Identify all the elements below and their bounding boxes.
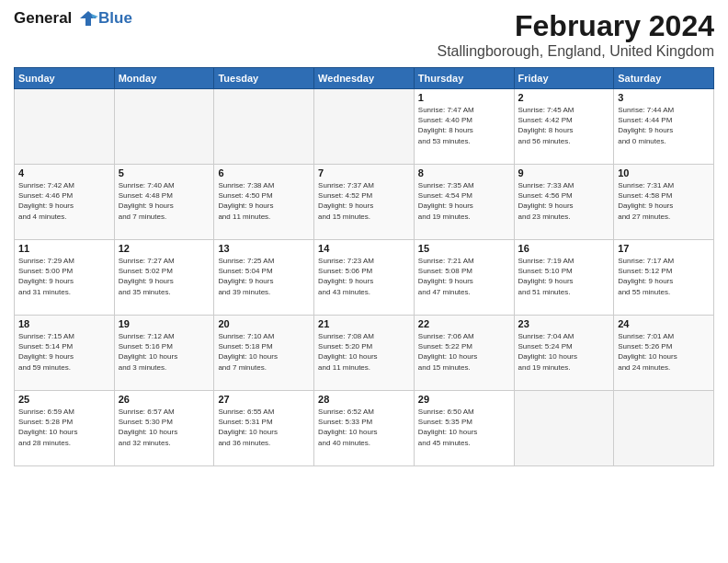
day-number: 25 [18, 394, 110, 405]
day-info: Sunrise: 6:59 AMSunset: 5:28 PMDaylight:… [18, 407, 110, 448]
day-info: Sunrise: 7:25 AMSunset: 5:04 PMDaylight:… [218, 256, 310, 297]
day-info: Sunrise: 7:21 AMSunset: 5:08 PMDaylight:… [418, 256, 510, 297]
calendar-week-5: 25Sunrise: 6:59 AMSunset: 5:28 PMDayligh… [15, 391, 714, 466]
calendar-day-29: 29Sunrise: 6:50 AMSunset: 5:35 PMDayligh… [414, 391, 514, 466]
calendar-day-27: 27Sunrise: 6:55 AMSunset: 5:31 PMDayligh… [214, 391, 314, 466]
day-number: 18 [18, 318, 110, 329]
day-info: Sunrise: 7:31 AMSunset: 4:58 PMDaylight:… [618, 180, 710, 222]
day-info: Sunrise: 6:55 AMSunset: 5:31 PMDaylight:… [218, 407, 310, 448]
empty-cell [114, 89, 214, 165]
day-number: 1 [418, 92, 510, 103]
day-info: Sunrise: 7:01 AMSunset: 5:26 PMDaylight:… [618, 331, 710, 373]
day-info: Sunrise: 7:23 AMSunset: 5:06 PMDaylight:… [318, 256, 410, 297]
calendar-day-23: 23Sunrise: 7:04 AMSunset: 5:24 PMDayligh… [514, 316, 614, 391]
col-header-monday: Monday [114, 68, 214, 89]
calendar-day-14: 14Sunrise: 7:23 AMSunset: 5:06 PMDayligh… [314, 240, 415, 316]
page-header: General Blue February 2024 Stallingborou… [14, 9, 714, 60]
col-header-friday: Friday [514, 68, 614, 89]
day-number: 10 [618, 167, 710, 178]
day-info: Sunrise: 7:04 AMSunset: 5:24 PMDaylight:… [518, 331, 610, 373]
day-info: Sunrise: 6:57 AMSunset: 5:30 PMDaylight:… [119, 407, 210, 448]
calendar-day-13: 13Sunrise: 7:25 AMSunset: 5:04 PMDayligh… [214, 240, 314, 316]
calendar-week-4: 18Sunrise: 7:15 AMSunset: 5:14 PMDayligh… [15, 316, 714, 391]
calendar-day-12: 12Sunrise: 7:27 AMSunset: 5:02 PMDayligh… [114, 240, 214, 316]
day-number: 8 [418, 167, 510, 178]
day-number: 23 [518, 318, 610, 329]
calendar-day-20: 20Sunrise: 7:10 AMSunset: 5:18 PMDayligh… [214, 316, 314, 391]
svg-marker-0 [80, 11, 97, 26]
day-number: 13 [218, 243, 310, 254]
day-number: 6 [218, 167, 310, 178]
logo-blue: Blue [98, 9, 132, 28]
calendar-table: SundayMondayTuesdayWednesdayThursdayFrid… [14, 67, 714, 466]
day-number: 29 [418, 394, 510, 405]
day-info: Sunrise: 7:47 AMSunset: 4:40 PMDaylight:… [418, 105, 510, 146]
day-info: Sunrise: 7:40 AMSunset: 4:48 PMDaylight:… [119, 180, 210, 222]
page-title: February 2024 [437, 9, 714, 43]
day-number: 4 [18, 167, 110, 178]
calendar-day-21: 21Sunrise: 7:08 AMSunset: 5:20 PMDayligh… [314, 316, 415, 391]
calendar-day-10: 10Sunrise: 7:31 AMSunset: 4:58 PMDayligh… [614, 165, 714, 240]
day-number: 26 [119, 394, 210, 405]
calendar-day-28: 28Sunrise: 6:52 AMSunset: 5:33 PMDayligh… [314, 391, 415, 466]
day-info: Sunrise: 6:50 AMSunset: 5:35 PMDaylight:… [418, 407, 510, 448]
calendar-day-18: 18Sunrise: 7:15 AMSunset: 5:14 PMDayligh… [15, 316, 115, 391]
day-number: 3 [618, 92, 710, 103]
calendar-day-11: 11Sunrise: 7:29 AMSunset: 5:00 PMDayligh… [15, 240, 115, 316]
calendar-day-3: 3Sunrise: 7:44 AMSunset: 4:44 PMDaylight… [614, 89, 714, 165]
day-info: Sunrise: 7:27 AMSunset: 5:02 PMDaylight:… [119, 256, 210, 297]
day-number: 27 [218, 394, 310, 405]
calendar-week-2: 4Sunrise: 7:42 AMSunset: 4:46 PMDaylight… [15, 165, 714, 240]
col-header-thursday: Thursday [414, 68, 514, 89]
day-number: 15 [418, 243, 510, 254]
empty-cell [514, 391, 614, 466]
day-number: 24 [618, 318, 710, 329]
day-info: Sunrise: 7:44 AMSunset: 4:44 PMDaylight:… [618, 105, 710, 146]
calendar-day-9: 9Sunrise: 7:33 AMSunset: 4:56 PMDaylight… [514, 165, 614, 240]
day-info: Sunrise: 7:38 AMSunset: 4:50 PMDaylight:… [218, 180, 310, 222]
calendar-day-1: 1Sunrise: 7:47 AMSunset: 4:40 PMDaylight… [414, 89, 514, 165]
calendar-week-1: 1Sunrise: 7:47 AMSunset: 4:40 PMDaylight… [15, 89, 714, 165]
day-info: Sunrise: 7:08 AMSunset: 5:20 PMDaylight:… [318, 331, 410, 373]
calendar-header-row: SundayMondayTuesdayWednesdayThursdayFrid… [15, 68, 714, 89]
day-number: 11 [18, 243, 110, 254]
day-info: Sunrise: 7:06 AMSunset: 5:22 PMDaylight:… [418, 331, 510, 373]
day-number: 22 [418, 318, 510, 329]
logo-general: General [14, 9, 72, 27]
calendar-day-22: 22Sunrise: 7:06 AMSunset: 5:22 PMDayligh… [414, 316, 514, 391]
day-info: Sunrise: 7:12 AMSunset: 5:16 PMDaylight:… [119, 331, 210, 373]
day-info: Sunrise: 7:17 AMSunset: 5:12 PMDaylight:… [618, 256, 710, 297]
day-number: 17 [618, 243, 710, 254]
day-number: 19 [119, 318, 210, 329]
col-header-sunday: Sunday [15, 68, 115, 89]
empty-cell [314, 89, 415, 165]
col-header-saturday: Saturday [614, 68, 714, 89]
logo-bird-icon [78, 9, 98, 29]
empty-cell [614, 391, 714, 466]
col-header-wednesday: Wednesday [314, 68, 415, 89]
calendar-day-6: 6Sunrise: 7:38 AMSunset: 4:50 PMDaylight… [214, 165, 314, 240]
day-number: 5 [119, 167, 210, 178]
day-info: Sunrise: 7:19 AMSunset: 5:10 PMDaylight:… [518, 256, 610, 297]
day-number: 2 [518, 92, 610, 103]
calendar-day-19: 19Sunrise: 7:12 AMSunset: 5:16 PMDayligh… [114, 316, 214, 391]
calendar-day-24: 24Sunrise: 7:01 AMSunset: 5:26 PMDayligh… [614, 316, 714, 391]
logo: General Blue [14, 9, 132, 29]
calendar-day-5: 5Sunrise: 7:40 AMSunset: 4:48 PMDaylight… [114, 165, 214, 240]
empty-cell [15, 89, 115, 165]
day-info: Sunrise: 7:35 AMSunset: 4:54 PMDaylight:… [418, 180, 510, 222]
col-header-tuesday: Tuesday [214, 68, 314, 89]
calendar-day-2: 2Sunrise: 7:45 AMSunset: 4:42 PMDaylight… [514, 89, 614, 165]
day-number: 7 [318, 167, 410, 178]
day-number: 12 [119, 243, 210, 254]
empty-cell [214, 89, 314, 165]
calendar-day-26: 26Sunrise: 6:57 AMSunset: 5:30 PMDayligh… [114, 391, 214, 466]
day-number: 9 [518, 167, 610, 178]
day-info: Sunrise: 7:37 AMSunset: 4:52 PMDaylight:… [318, 180, 410, 222]
day-number: 21 [318, 318, 410, 329]
day-info: Sunrise: 6:52 AMSunset: 5:33 PMDaylight:… [318, 407, 410, 448]
day-number: 16 [518, 243, 610, 254]
day-info: Sunrise: 7:42 AMSunset: 4:46 PMDaylight:… [18, 180, 110, 222]
title-block: February 2024 Stallingborough, England, … [437, 9, 714, 60]
calendar-day-8: 8Sunrise: 7:35 AMSunset: 4:54 PMDaylight… [414, 165, 514, 240]
